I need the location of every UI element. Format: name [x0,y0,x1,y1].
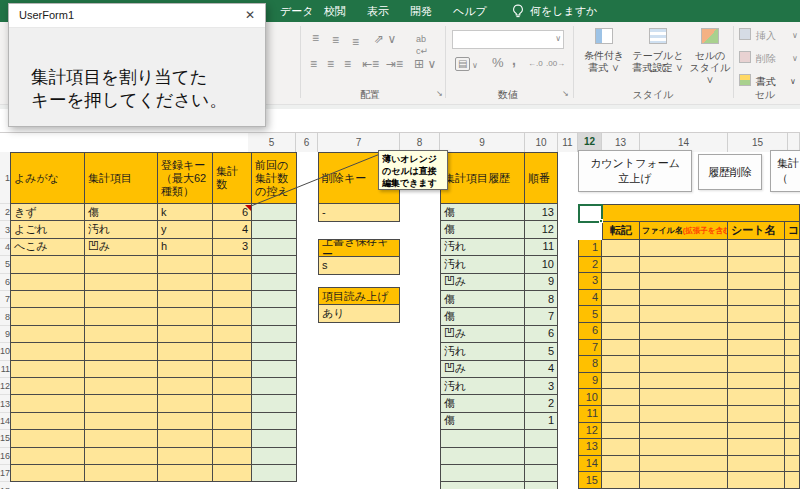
main-cell[interactable]: h [158,239,213,256]
main-header-cell[interactable]: 登録キー（最大62種類） [158,152,213,204]
transfer-cell[interactable] [728,290,785,307]
history-item-cell[interactable] [440,482,525,489]
main-cell[interactable] [85,291,158,308]
transfer-row-number[interactable]: 1 [578,240,602,257]
transfer-cell[interactable] [785,423,800,440]
increase-decimal-icon[interactable]: ←.0 [528,59,543,68]
row-header-10[interactable]: 10 [0,343,10,360]
main-cell[interactable] [10,413,85,430]
transfer-row-number[interactable]: 9 [578,373,602,390]
align-right-icon[interactable]: ≡ [344,58,351,70]
main-cell[interactable] [158,413,213,430]
prev-count-cell[interactable] [252,378,297,395]
history-order-cell[interactable]: 8 [525,291,558,308]
align-left-icon[interactable]: ≡ [310,58,317,70]
transfer-cell[interactable] [785,356,800,373]
orientation-icon[interactable]: ⇗ ∨ [374,33,396,45]
transfer-cell[interactable] [640,257,728,274]
row-header-6[interactable]: 6 [0,274,10,291]
row-header-7[interactable]: 7 [0,291,10,308]
transfer-cell[interactable] [728,373,785,390]
prev-count-cell[interactable] [252,326,297,343]
main-cell[interactable]: k [158,204,213,221]
align-center-icon[interactable]: ≡ [327,58,334,70]
prev-count-cell[interactable] [252,239,297,256]
row-header-11[interactable]: 11 [0,361,10,378]
transfer-cell[interactable] [602,456,640,473]
increase-indent-icon[interactable]: ⇥≡ [386,58,403,70]
main-cell[interactable] [213,378,252,395]
history-order-cell[interactable] [525,448,558,465]
history-item-cell[interactable] [440,430,525,447]
transfer-band[interactable] [602,204,800,222]
transfer-cell[interactable] [602,472,640,489]
transfer-cell[interactable] [640,323,728,340]
file-name-header[interactable]: ファイル名(拡張子を含む) [640,222,728,240]
transfer-cell[interactable] [728,240,785,257]
sheet-name-header[interactable]: シート名 [728,222,785,240]
history-item-cell[interactable]: 傷 [440,308,525,325]
main-cell[interactable] [10,256,85,273]
main-cell[interactable] [213,308,252,325]
main-cell[interactable] [10,448,85,465]
main-cell[interactable] [213,465,252,482]
history-order-cell[interactable]: 3 [525,378,558,395]
main-cell[interactable] [10,395,85,412]
main-cell[interactable] [85,361,158,378]
main-cell[interactable] [10,430,85,447]
close-icon[interactable]: ✕ [245,8,255,22]
main-cell[interactable] [213,413,252,430]
transfer-cell[interactable] [785,389,800,406]
main-cell[interactable] [158,361,213,378]
transfer-cell[interactable] [602,306,640,323]
transfer-cell[interactable] [602,290,640,307]
tab-develop[interactable]: 開発 [410,4,432,19]
main-cell[interactable]: きず [10,204,85,221]
main-cell[interactable] [213,256,252,273]
delete-cells-button[interactable]: 削除 [756,52,776,66]
column-header-11[interactable]: 11 [558,133,578,152]
main-cell[interactable] [10,465,85,482]
transfer-cell[interactable] [602,356,640,373]
decrease-decimal-icon[interactable]: .00→ [546,59,565,68]
main-cell[interactable] [158,378,213,395]
transfer-cell[interactable] [602,389,640,406]
main-cell[interactable] [85,308,158,325]
history-item-cell[interactable]: 傷 [440,413,525,430]
transfer-row-number[interactable]: 6 [578,323,602,340]
row-header-3[interactable]: 3 [0,221,10,238]
history-order-cell[interactable] [525,482,558,489]
main-cell[interactable] [85,326,158,343]
transfer-row-number[interactable]: 10 [578,389,602,406]
history-order-cell[interactable]: 6 [525,326,558,343]
count-form-button[interactable]: カウントフォーム 立上げ [578,150,692,192]
userform-titlebar[interactable]: UserForm1 ✕ [9,4,265,28]
history-order-cell[interactable] [525,465,558,482]
conditional-formatting-button[interactable]: 条件付き 書式 ∨ [580,28,628,90]
transfer-cell[interactable] [640,439,728,456]
main-cell[interactable]: 凹み [85,239,158,256]
main-header-cell[interactable]: 集計項目 [85,152,158,204]
transfer-row-number[interactable]: 14 [578,456,602,473]
transfer-cell[interactable] [640,240,728,257]
main-cell[interactable] [158,326,213,343]
wrap-text-icon[interactable]: abc↵ [416,33,428,57]
transfer-cell[interactable] [785,406,800,423]
transfer-row-number[interactable]: 8 [578,356,602,373]
main-cell[interactable] [158,256,213,273]
transfer-cell[interactable] [728,406,785,423]
main-cell[interactable] [213,448,252,465]
main-cell[interactable] [10,291,85,308]
main-cell[interactable] [10,274,85,291]
tab-review[interactable]: 校閲 [324,4,346,19]
transfer-row-number[interactable]: 2 [578,257,602,274]
transfer-cell[interactable] [785,323,800,340]
aggregate-button[interactable]: 集計 （ [770,150,800,192]
userform-dialog[interactable]: UserForm1 ✕ 集計項目を割り当てた キーを押してください。 [8,3,266,127]
insert-cells-button[interactable]: 挿入 [756,29,776,43]
transfer-cell[interactable] [728,306,785,323]
chevron-down-icon[interactable]: ∨ [792,54,798,63]
transfer-cell[interactable] [602,340,640,357]
transfer-cell[interactable] [728,340,785,357]
history-item-cell[interactable] [440,465,525,482]
